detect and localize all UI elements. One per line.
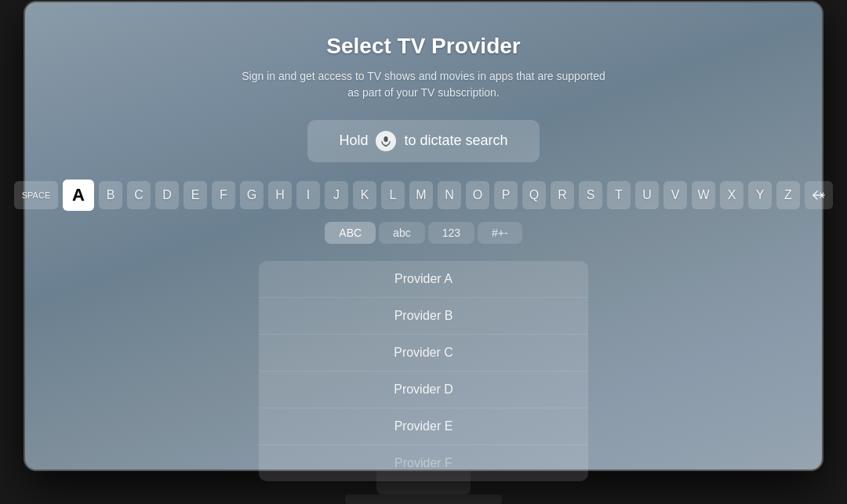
mode-row: ABC abc 123 #+- bbox=[325, 222, 522, 244]
key-Y[interactable]: Y bbox=[748, 181, 772, 209]
dictate-action: to dictate search bbox=[404, 132, 507, 149]
subtitle: Sign in and get access to TV shows and m… bbox=[235, 68, 612, 101]
provider-item-d[interactable]: Provider D bbox=[259, 372, 588, 408]
key-M[interactable]: M bbox=[409, 181, 433, 209]
key-R[interactable]: R bbox=[551, 181, 574, 209]
space-key[interactable]: SPACE bbox=[14, 181, 58, 209]
key-O[interactable]: O bbox=[466, 181, 489, 209]
mode-abc-lower[interactable]: abc bbox=[379, 222, 425, 244]
tv-screen: Select TV Provider Sign in and get acces… bbox=[24, 1, 823, 471]
keyboard-row: SPACE A B C D E F G H I J K L M N O P Q … bbox=[14, 179, 833, 211]
key-J[interactable]: J bbox=[325, 181, 348, 209]
key-F[interactable]: F bbox=[212, 181, 235, 209]
microphone-icon bbox=[376, 131, 396, 151]
dictate-button[interactable]: Hold to dictate search bbox=[307, 120, 539, 162]
tv-stand-base bbox=[345, 495, 502, 504]
key-U[interactable]: U bbox=[635, 181, 659, 209]
page-title: Select TV Provider bbox=[326, 34, 520, 59]
screen-content: Select TV Provider Sign in and get acces… bbox=[72, 34, 775, 481]
key-S[interactable]: S bbox=[579, 181, 602, 209]
provider-item-f[interactable]: Provider F bbox=[259, 445, 588, 481]
key-B[interactable]: B bbox=[99, 181, 122, 209]
key-A[interactable]: A bbox=[63, 179, 94, 211]
dictate-label: Hold bbox=[339, 132, 368, 149]
key-X[interactable]: X bbox=[720, 181, 743, 209]
svg-rect-0 bbox=[384, 136, 388, 142]
key-G[interactable]: G bbox=[240, 181, 264, 209]
key-T[interactable]: T bbox=[607, 181, 631, 209]
key-L[interactable]: L bbox=[381, 181, 405, 209]
key-P[interactable]: P bbox=[494, 181, 518, 209]
backspace-key[interactable] bbox=[805, 181, 833, 209]
provider-item-a[interactable]: Provider A bbox=[259, 261, 588, 298]
key-Q[interactable]: Q bbox=[522, 181, 546, 209]
key-I[interactable]: I bbox=[296, 181, 320, 209]
key-V[interactable]: V bbox=[663, 181, 687, 209]
provider-item-c[interactable]: Provider C bbox=[259, 335, 588, 372]
key-D[interactable]: D bbox=[155, 181, 179, 209]
providers-list: Provider A Provider B Provider C Provide… bbox=[259, 261, 588, 481]
key-W[interactable]: W bbox=[692, 181, 715, 209]
mode-numeric[interactable]: 123 bbox=[428, 222, 474, 244]
key-C[interactable]: C bbox=[127, 181, 151, 209]
key-N[interactable]: N bbox=[438, 181, 461, 209]
key-E[interactable]: E bbox=[184, 181, 207, 209]
provider-item-e[interactable]: Provider E bbox=[259, 408, 588, 445]
key-Z[interactable]: Z bbox=[776, 181, 800, 209]
mode-symbols[interactable]: #+- bbox=[478, 222, 522, 244]
key-K[interactable]: K bbox=[353, 181, 376, 209]
key-H[interactable]: H bbox=[268, 181, 292, 209]
mode-abc-upper[interactable]: ABC bbox=[325, 222, 376, 244]
provider-item-b[interactable]: Provider B bbox=[259, 298, 588, 335]
